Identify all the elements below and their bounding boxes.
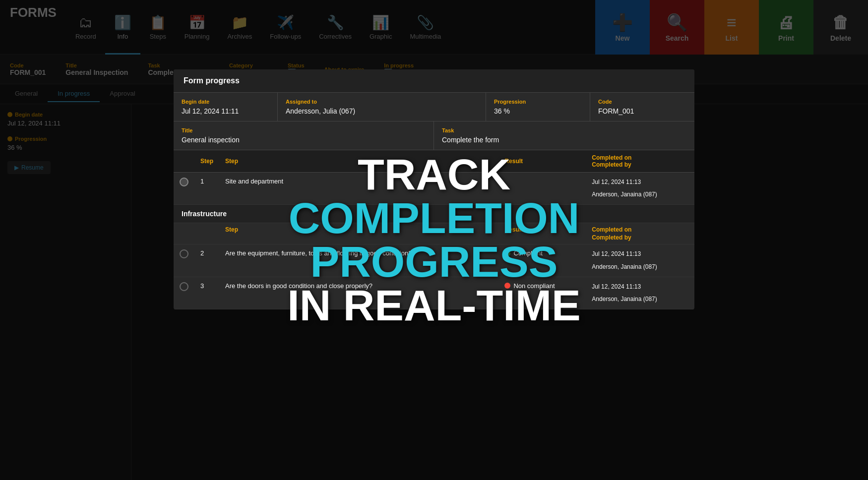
table-row: 1 Site and department Jul 12, 2024 11:13… [174, 173, 694, 205]
step-number: 3 [194, 277, 219, 309]
step-description: Are the doors in good condition and clos… [219, 277, 498, 309]
modal-overlay: Form progress Begin date Jul 12, 2024 11… [0, 0, 868, 480]
step-icon-cell [174, 173, 194, 205]
step-completed: Jul 12, 2024 11:13 Anderson, Janaina (08… [586, 173, 694, 205]
steps-section: Step Step Result Completed on Completed … [174, 150, 694, 309]
modal-title-cell: Title General inspection [174, 121, 434, 150]
step-completed: Jul 12, 2024 11:13 Anderson, Janaina (08… [586, 244, 694, 277]
step-icon-cell [174, 277, 194, 309]
modal-progression-label: Progression [494, 99, 582, 105]
modal-task-value: Complete the form [442, 136, 686, 144]
result-badge-compliant: Compliant [504, 249, 543, 257]
step-description: Site and department [219, 173, 498, 205]
infra-result-col: Result [498, 223, 586, 244]
step-result: Compliant [498, 244, 586, 277]
step-number: 1 [194, 173, 219, 205]
form-progress-modal: Form progress Begin date Jul 12, 2024 11… [174, 69, 694, 309]
step-number: 2 [194, 244, 219, 277]
infra-col-headers: Step Result Completed on Completed by [174, 223, 694, 244]
modal-begin-date-label: Begin date [182, 99, 269, 105]
modal-header: Form progress [174, 69, 694, 93]
modal-task-cell: Task Complete the form [434, 121, 694, 150]
modal-assigned-cell: Assigned to Andersson, Julia (067) [278, 93, 486, 121]
table-row: 3 Are the doors in good condition and cl… [174, 277, 694, 309]
step-icon [180, 249, 188, 258]
step-result: Non compliant [498, 277, 586, 309]
section-name-infrastructure: Infrastructure [174, 205, 694, 223]
compliant-dot [504, 250, 510, 256]
modal-form-title-value: General inspection [182, 136, 426, 144]
result-badge-noncompliant: Non compliant [504, 282, 555, 290]
modal-task-label: Task [442, 127, 686, 133]
modal-code-value: FORM_001 [598, 107, 686, 115]
step-result [498, 173, 586, 205]
modal-begin-date-cell: Begin date Jul 12, 2024 11:11 [174, 93, 278, 121]
modal-info-row1: Begin date Jul 12, 2024 11:11 Assigned t… [174, 93, 694, 121]
steps-table: Step Step Result Completed on Completed … [174, 150, 694, 309]
modal-code-label: Code [598, 99, 686, 105]
modal-progression-value: 36 % [494, 107, 582, 115]
section-header-infrastructure: Infrastructure [174, 205, 694, 223]
step-icon [180, 178, 188, 186]
col-description: Step [219, 150, 498, 173]
step-icon [180, 282, 188, 291]
step-description: Are the equipment, furniture, tools and … [219, 244, 498, 277]
result-text: Compliant [513, 249, 543, 257]
modal-title: Form progress [184, 76, 240, 85]
col-icon [174, 150, 194, 173]
result-text: Non compliant [513, 282, 555, 290]
col-result: Result [498, 150, 586, 173]
modal-assigned-value: Andersson, Julia (067) [286, 107, 478, 115]
table-row: 2 Are the equipment, furniture, tools an… [174, 244, 694, 277]
modal-begin-date-value: Jul 12, 2024 11:11 [182, 107, 269, 115]
modal-code-cell: Code FORM_001 [590, 93, 694, 121]
col-completed: Completed on Completed by [586, 150, 694, 173]
infra-step-col: Step [219, 223, 498, 244]
noncompliant-dot [504, 283, 510, 289]
step-icon-cell [174, 244, 194, 277]
col-number: Step [194, 150, 219, 173]
modal-form-title-label: Title [182, 127, 426, 133]
modal-progression-cell: Progression 36 % [486, 93, 590, 121]
step-completed: Jul 12, 2024 11:13 Anderson, Janaina (08… [586, 277, 694, 309]
modal-assigned-label: Assigned to [286, 99, 478, 105]
modal-title-row: Title General inspection Task Complete t… [174, 121, 694, 150]
